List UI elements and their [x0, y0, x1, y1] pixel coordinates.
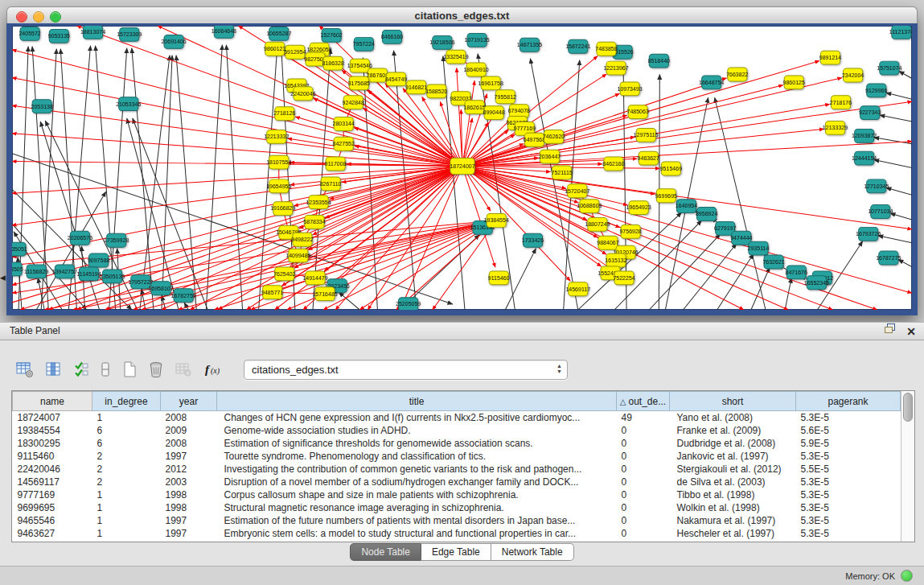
graph-node[interactable]: 14569117	[565, 282, 590, 296]
table-cell[interactable]: 9465546	[13, 514, 92, 527]
graph-node[interactable]: 15720407	[565, 184, 589, 198]
graph-node[interactable]: 12133329	[823, 121, 848, 134]
graph-node[interactable]: 22420046	[290, 87, 315, 101]
graph-node[interactable]: 12444154	[852, 151, 877, 165]
table-cell[interactable]: 5.5E-5	[796, 463, 901, 476]
graph-node[interactable]: 13942757	[52, 265, 77, 278]
graph-node[interactable]: 19654955	[266, 179, 291, 193]
graph-node[interactable]: 1588520	[425, 84, 447, 98]
table-cell[interactable]: Structural magnetic resonance image aver…	[217, 501, 617, 514]
graph-node[interactable]: 16064648	[211, 26, 236, 38]
window-titlebar[interactable]: citations_edges.txt	[6, 6, 918, 25]
graph-node[interactable]: 7663822	[726, 68, 748, 81]
graph-node[interactable]: 9117008	[325, 157, 347, 171]
table-cell[interactable]: 5.3E-5	[796, 514, 901, 527]
table-cell[interactable]: 1997	[161, 514, 217, 527]
table-row[interactable]: 946554611997Estimation of the future num…	[13, 514, 901, 527]
delete-table-icon[interactable]	[174, 360, 193, 379]
graph-node[interactable]: 7521115	[552, 166, 573, 179]
table-cell[interactable]: Yano et al. (2008)	[670, 411, 796, 425]
graph-node[interactable]: 13505135	[100, 270, 125, 283]
graph-node[interactable]: 8518440	[648, 54, 670, 68]
graph-node[interactable]: 21053346	[116, 97, 141, 111]
graph-node[interactable]: 7522254	[613, 271, 634, 285]
graph-node[interactable]: 9463627	[638, 151, 659, 165]
graph-node[interactable]: 16648754	[699, 76, 724, 89]
table-cell[interactable]: 5.3E-5	[796, 450, 901, 463]
graph-node[interactable]: 14914479	[302, 271, 327, 285]
table-cell[interactable]: 2003	[161, 476, 217, 488]
graph-node[interactable]: 20206576	[68, 231, 92, 245]
table-row[interactable]: 1938455462009Genome-wide association stu…	[13, 424, 901, 437]
table-cell[interactable]: 22420046	[13, 463, 92, 476]
graph-node[interactable]: 7955812	[495, 90, 516, 104]
table-cell[interactable]: 9115460	[13, 450, 92, 463]
table-cell[interactable]: 18300295	[13, 437, 92, 450]
graph-node[interactable]: 19654923	[626, 201, 651, 215]
scrollbar-thumb[interactable]	[903, 393, 913, 422]
graph-node[interactable]: 2718126	[273, 107, 295, 121]
graph-node[interactable]: 16787275	[876, 251, 901, 265]
graph-node[interactable]: 2053138	[31, 100, 53, 113]
graph-node[interactable]: 16552345	[804, 276, 829, 290]
graph-node[interactable]: 18724007	[450, 159, 474, 175]
close-panel-icon[interactable]: ✕	[906, 326, 916, 337]
graph-node[interactable]: 18807249	[585, 217, 610, 231]
graph-node[interactable]: 19166829	[270, 202, 295, 216]
graph-node[interactable]: 16793726	[856, 227, 881, 241]
table-scrollbar[interactable]	[901, 391, 914, 542]
graph-node[interactable]: 9115460	[488, 271, 510, 285]
table-cell[interactable]: 5.3E-5	[796, 488, 901, 501]
table-row[interactable]: 1456911722003Disruption of a novel membe…	[13, 476, 901, 488]
table-cell[interactable]: Hescheler et al. (1997)	[670, 527, 796, 540]
graph-node[interactable]: 18107554	[266, 155, 291, 169]
graph-node[interactable]: 8462160	[602, 157, 624, 171]
table-cell[interactable]: Tibbo et al. (1998)	[670, 488, 796, 501]
table-cell[interactable]: 5.3E-5	[796, 527, 901, 540]
table-cell[interactable]: 1	[92, 527, 161, 540]
graph-node[interactable]: 18813074	[80, 26, 105, 39]
delete-column-icon[interactable]	[147, 360, 165, 380]
table-cell[interactable]: 14569117	[13, 476, 92, 488]
table-cell[interactable]: 6	[92, 424, 161, 437]
graph-node[interactable]: 9129966	[865, 84, 887, 97]
table-cell[interactable]: Nakamura et al. (1997)	[670, 514, 796, 527]
float-window-icon[interactable]	[884, 323, 897, 340]
table-cell[interactable]: 2	[92, 476, 161, 488]
graph-node[interactable]: 15723309	[117, 27, 142, 41]
row-height-icon[interactable]	[99, 360, 112, 379]
table-cell[interactable]: 1998	[161, 501, 217, 514]
column-header-title[interactable]: title	[217, 392, 617, 411]
graph-node[interactable]: 11121374	[889, 26, 912, 39]
table-cell[interactable]: 0	[617, 501, 670, 514]
table-cell[interactable]: 5.6E-5	[796, 424, 901, 437]
table-cell[interactable]: 1997	[161, 527, 217, 540]
graph-node[interactable]: 14099489	[285, 249, 310, 262]
table-cell[interactable]: 2008	[161, 411, 217, 425]
graph-node[interactable]: 8427552	[333, 137, 355, 150]
column-header-year[interactable]: year	[161, 392, 217, 411]
select-rows-icon[interactable]	[72, 360, 90, 379]
graph-node[interactable]: 16958107	[148, 282, 173, 295]
graph-node[interactable]: 1527602	[320, 28, 342, 42]
graph-node[interactable]: 8186328	[322, 56, 343, 70]
table-cell[interactable]: 0	[617, 514, 670, 527]
graph-node[interactable]: 15872241	[565, 39, 590, 53]
graph-node[interactable]: 8471676	[786, 266, 807, 279]
table-cell[interactable]: 2008	[161, 437, 217, 450]
table-cell[interactable]: 9699695	[13, 501, 92, 514]
table-cell[interactable]: Corpus callosum shape and size in male p…	[217, 488, 617, 501]
graph-node[interactable]: 6794078	[508, 105, 530, 118]
table-cell[interactable]: 0	[617, 488, 670, 501]
graph-node[interactable]: 9097588	[88, 253, 109, 267]
graph-node[interactable]: 9227343	[859, 106, 881, 120]
table-cell[interactable]: 49	[617, 411, 670, 425]
column-header-in_degree[interactable]: in_degree	[92, 392, 161, 411]
graph-node[interactable]: 9485771	[261, 286, 283, 299]
graph-node[interactable]: 7462620	[543, 130, 565, 143]
graph-node[interactable]: 8466160	[381, 30, 403, 43]
table-row[interactable]: 2242004622012Investigating the contribut…	[13, 463, 901, 476]
graph-node[interactable]: 1615132	[605, 253, 626, 267]
table-cell[interactable]: 2009	[161, 424, 217, 437]
graph-node[interactable]: 15751074	[877, 61, 901, 75]
